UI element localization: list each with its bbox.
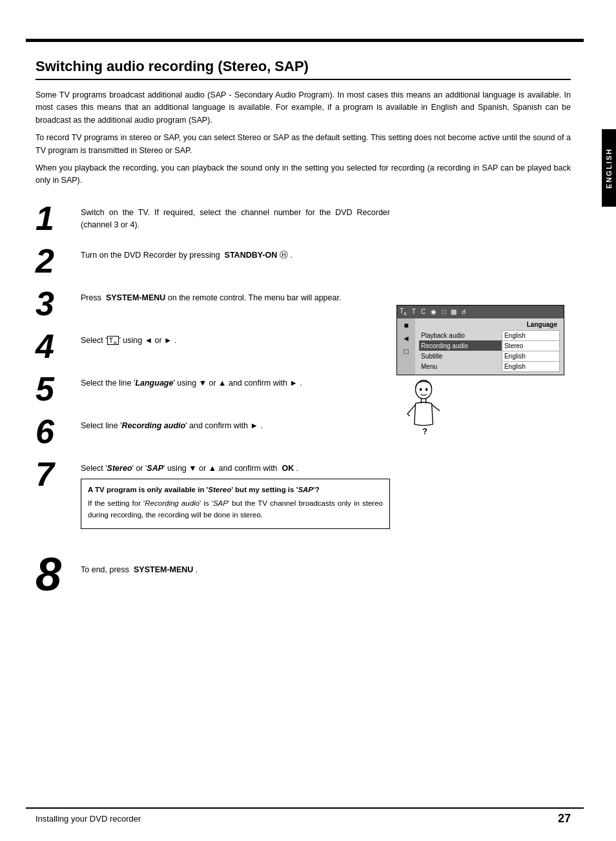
menu-row-1-value: Stereo xyxy=(502,340,559,351)
menu-icon-r: ◉ xyxy=(431,308,436,315)
svg-point-2 xyxy=(426,388,428,390)
warning-box: A TV program is only available in 'Stere… xyxy=(81,479,390,529)
left-icon-1: ■ xyxy=(404,321,408,330)
menu-screenshot: TA T C ◉ □ ▩ ☌ ■ xyxy=(396,305,564,375)
intro-paragraph-3: When you playback the recording, you can… xyxy=(36,162,571,187)
step-4-number: 4 xyxy=(36,329,74,363)
intro-paragraph-1: Some TV programs broadcast additional au… xyxy=(36,89,571,127)
step-2-number: 2 xyxy=(36,244,74,278)
menu-icon-ta: TA xyxy=(400,307,407,316)
menu-icon-search: ☌ xyxy=(462,308,466,315)
menu-top-bar: TA T C ◉ □ ▩ ☌ xyxy=(397,306,564,318)
menu-header-row: Language xyxy=(419,321,560,328)
step-3-text: Press SYSTEM-MENU on the remote control.… xyxy=(81,287,390,304)
character-area: ? xyxy=(396,379,571,434)
main-content: Switching audio recording (Stereo, SAP) … xyxy=(36,58,571,597)
top-decorative-bar xyxy=(26,39,584,42)
warning-title: A TV program is only available in 'Stere… xyxy=(88,484,383,495)
step-3-row: 3 Press SYSTEM-MENU on the remote contro… xyxy=(36,287,390,320)
menu-row-0-label: Playback audio xyxy=(419,330,502,340)
language-tab: ENGLISH xyxy=(602,129,616,207)
left-icon-2: ◄ xyxy=(402,334,410,343)
character-illustration: ? xyxy=(396,379,451,434)
menu-row-1: Recording audio Stereo xyxy=(419,340,560,351)
menu-icon-square: □ xyxy=(442,308,446,315)
left-icon-3: □ xyxy=(404,347,408,356)
menu-left-icons: ■ ◄ □ xyxy=(397,318,415,375)
step-6-number: 6 xyxy=(36,415,74,448)
step-5-number: 5 xyxy=(36,372,74,406)
step-6-row: 6 Select line 'Recording audio' and conf… xyxy=(36,415,390,448)
menu-icon-t: T xyxy=(412,308,416,315)
step-8-text: To end, press SYSTEM-MENU . xyxy=(81,551,571,576)
bottom-footer: Installing your DVD recorder 27 xyxy=(36,812,571,825)
menu-table: Playback audio English Recording audio S… xyxy=(419,330,560,372)
menu-row-3-value: English xyxy=(502,361,559,371)
step-1-row: 1 Switch on the TV. If required, select … xyxy=(36,202,390,235)
menu-row-3-label: Menu xyxy=(419,361,502,371)
steps-area: 1 Switch on the TV. If required, select … xyxy=(36,202,571,597)
step-2-row: 2 Turn on the DVD Recorder by pressing S… xyxy=(36,244,390,278)
language-tab-label: ENGLISH xyxy=(605,148,613,189)
step-8-row: 8 To end, press SYSTEM-MENU . xyxy=(36,551,571,597)
step-5-row: 5 Select the line 'Language' using ▼ or … xyxy=(36,372,390,406)
footer-text: Installing your DVD recorder xyxy=(36,814,141,824)
steps-left: 1 Switch on the TV. If required, select … xyxy=(36,202,396,538)
step-4-row: 4 Select 'TA' using ◄ or ► . xyxy=(36,329,390,363)
step-2-text: Turn on the DVD Recorder by pressing STA… xyxy=(81,244,390,262)
menu-body: ■ ◄ □ Language Playback audio xyxy=(397,318,564,375)
page-title: Switching audio recording (Stereo, SAP) xyxy=(36,58,571,80)
step-7-number: 7 xyxy=(36,457,74,491)
step-7-text: Select 'Stereo' or 'SAP' using ▼ or ▲ an… xyxy=(81,457,390,529)
menu-icon-rec: ▩ xyxy=(451,308,457,315)
menu-row-1-label: Recording audio xyxy=(419,340,502,351)
menu-row-2-value: English xyxy=(502,351,559,361)
step-8-number: 8 xyxy=(36,551,74,597)
step-3-number: 3 xyxy=(36,287,74,320)
menu-icon-c: C xyxy=(421,308,426,315)
step-1-text: Switch on the TV. If required, select th… xyxy=(81,202,390,232)
right-column: TA T C ◉ □ ▩ ☌ ■ xyxy=(396,202,571,538)
page-number: 27 xyxy=(558,812,571,825)
step-7-row: 7 Select 'Stereo' or 'SAP' using ▼ or ▲ … xyxy=(36,457,390,529)
step-1-number: 1 xyxy=(36,202,74,235)
step-6-text: Select line 'Recording audio' and confir… xyxy=(81,415,390,432)
steps-with-figure: 1 Switch on the TV. If required, select … xyxy=(36,202,571,538)
warning-body: If the setting for 'Recording audio' is … xyxy=(88,498,383,521)
menu-row-0: Playback audio English xyxy=(419,330,560,340)
menu-row-3: Menu English xyxy=(419,361,560,371)
step-5-text: Select the line 'Language' using ▼ or ▲ … xyxy=(81,372,390,389)
bottom-decorative-bar xyxy=(26,807,584,809)
intro-paragraph-2: To record TV programs in stereo or SAP, … xyxy=(36,132,571,157)
menu-row-2-label: Subtitle xyxy=(419,351,502,361)
menu-row-0-value: English xyxy=(502,330,559,340)
step-4-text: Select 'TA' using ◄ or ► . xyxy=(81,329,390,348)
svg-point-1 xyxy=(420,388,422,390)
menu-header-label: Language xyxy=(527,321,557,328)
menu-row-2: Subtitle English xyxy=(419,351,560,361)
menu-right-content: Language Playback audio English Recordin… xyxy=(415,318,564,375)
svg-text:?: ? xyxy=(422,427,427,434)
